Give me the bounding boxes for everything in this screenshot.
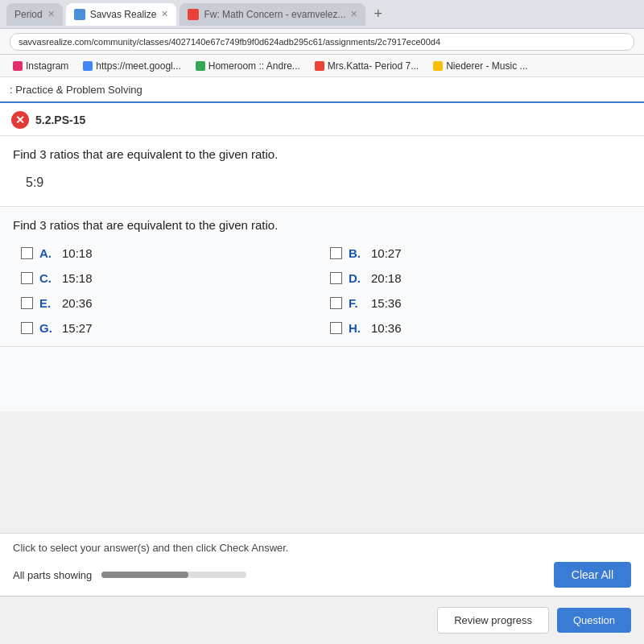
bottom-bar: Click to select your answer(s) and then … [0, 533, 644, 596]
bookmark-homeroom-label: Homeroom :: Andre... [208, 60, 300, 72]
option-H[interactable]: H. 10:36 [330, 321, 623, 335]
option-H-value: 10:36 [371, 321, 402, 335]
bookmark-mrskatta[interactable]: Mrs.Katta- Period 7... [310, 59, 423, 73]
tab-period-close[interactable]: ✕ [47, 9, 55, 19]
tab-period-label: Period [14, 9, 43, 20]
bookmark-niederer-label: Niederer - Music ... [446, 60, 527, 72]
option-C-label: C. [39, 271, 56, 285]
option-F-label: F. [349, 296, 365, 310]
option-G-value: 15:27 [62, 321, 93, 335]
checkbox-C[interactable] [21, 272, 33, 284]
click-instruction: Click to select your answer(s) and then … [13, 542, 631, 554]
option-B-value: 10:27 [371, 246, 402, 260]
checkbox-E[interactable] [21, 297, 33, 309]
question-id: 5.2.PS-15 [35, 114, 85, 126]
progress-bar-container [101, 572, 246, 578]
option-A-value: 10:18 [62, 246, 93, 260]
error-icon-symbol: ✕ [15, 114, 25, 126]
option-D-value: 20:18 [371, 271, 402, 285]
bookmark-homeroom[interactable]: Homeroom :: Andre... [191, 59, 305, 73]
checkbox-H[interactable] [330, 322, 342, 334]
option-F-value: 15:36 [371, 296, 402, 310]
problem-section: Find 3 ratios that are equivalent to the… [0, 136, 644, 207]
problem-text: Find 3 ratios that are equivalent to the… [13, 147, 631, 161]
tab-period[interactable]: Period ✕ [6, 3, 63, 26]
tab-savvas[interactable]: Savvas Realize ✕ [66, 3, 177, 26]
spacer [0, 347, 644, 411]
answer-grid: A. 10:18 B. 10:27 C. 15:18 D. 20:18 [13, 246, 631, 335]
checkbox-D[interactable] [330, 272, 342, 284]
option-B[interactable]: B. 10:27 [330, 246, 623, 260]
given-ratio: 5:9 [13, 171, 631, 195]
tab-gmail[interactable]: Fw: Math Concern - evamvelez... ✕ [180, 3, 365, 26]
checkbox-B[interactable] [330, 247, 342, 259]
option-A-label: A. [39, 246, 56, 260]
new-tab-button[interactable]: + [369, 6, 387, 23]
option-G[interactable]: G. 15:27 [21, 321, 314, 335]
option-E-value: 20:36 [62, 296, 93, 310]
question-header: ✕ 5.2.PS-15 [0, 103, 644, 136]
bookmark-googlemeet[interactable]: https://meet.googl... [78, 59, 185, 73]
bookmark-mrskatta-label: Mrs.Katta- Period 7... [328, 60, 419, 72]
option-D-label: D. [349, 271, 365, 285]
progress-row: All parts showing Clear All [13, 562, 631, 588]
answer-instruction: Find 3 ratios that are equivalent to the… [13, 218, 631, 232]
tab-gmail-close[interactable]: ✕ [350, 9, 357, 19]
savvas-icon [74, 9, 85, 20]
tab-gmail-label: Fw: Math Concern - evamvelez... [204, 9, 345, 20]
breadcrumb-text: : Practice & Problem Solving [10, 84, 142, 96]
address-bar: savvasrealize.com/community/classes/4027… [0, 29, 644, 55]
breadcrumb: : Practice & Problem Solving [0, 77, 644, 103]
mrskatta-icon [315, 61, 324, 71]
option-F[interactable]: F. 15:36 [330, 296, 623, 310]
answer-section: Find 3 ratios that are equivalent to the… [0, 207, 644, 347]
nav-footer: Review progress Question [0, 596, 644, 644]
option-H-label: H. [349, 321, 365, 335]
clear-all-button[interactable]: Clear All [554, 562, 631, 588]
question-button[interactable]: Question [557, 608, 631, 633]
tab-savvas-label: Savvas Realize [90, 9, 157, 20]
option-E[interactable]: E. 20:36 [21, 296, 314, 310]
option-C-value: 15:18 [62, 271, 93, 285]
bookmark-niederer[interactable]: Niederer - Music ... [428, 59, 532, 73]
checkbox-G[interactable] [21, 322, 33, 334]
option-C[interactable]: C. 15:18 [21, 271, 314, 285]
bookmark-instagram[interactable]: Instagram [8, 59, 73, 73]
option-D[interactable]: D. 20:18 [330, 271, 623, 285]
niederer-icon [433, 61, 443, 71]
error-icon: ✕ [11, 111, 29, 129]
bookmark-instagram-label: Instagram [26, 60, 68, 72]
main-content: ✕ 5.2.PS-15 Find 3 ratios that are equiv… [0, 103, 644, 411]
bookmarks-bar: Instagram https://meet.googl... Homeroom… [0, 55, 644, 77]
browser-tab-bar: Period ✕ Savvas Realize ✕ Fw: Math Conce… [0, 0, 644, 29]
googlemeet-icon [83, 61, 93, 71]
option-A[interactable]: A. 10:18 [21, 246, 314, 260]
tab-savvas-close[interactable]: ✕ [161, 9, 168, 19]
review-progress-button[interactable]: Review progress [437, 607, 549, 634]
option-G-label: G. [39, 321, 56, 335]
bookmark-googlemeet-label: https://meet.googl... [96, 60, 180, 72]
progress-bar-fill [101, 572, 188, 578]
address-input[interactable]: savvasrealize.com/community/classes/4027… [10, 33, 634, 51]
homeroom-icon [196, 61, 205, 71]
instagram-icon [13, 61, 23, 71]
option-B-label: B. [349, 246, 365, 260]
address-text: savvasrealize.com/community/classes/4027… [19, 37, 440, 47]
checkbox-F[interactable] [330, 297, 342, 309]
progress-label: All parts showing [13, 569, 92, 581]
checkbox-A[interactable] [21, 247, 33, 259]
option-E-label: E. [39, 296, 56, 310]
gmail-icon [188, 9, 199, 20]
